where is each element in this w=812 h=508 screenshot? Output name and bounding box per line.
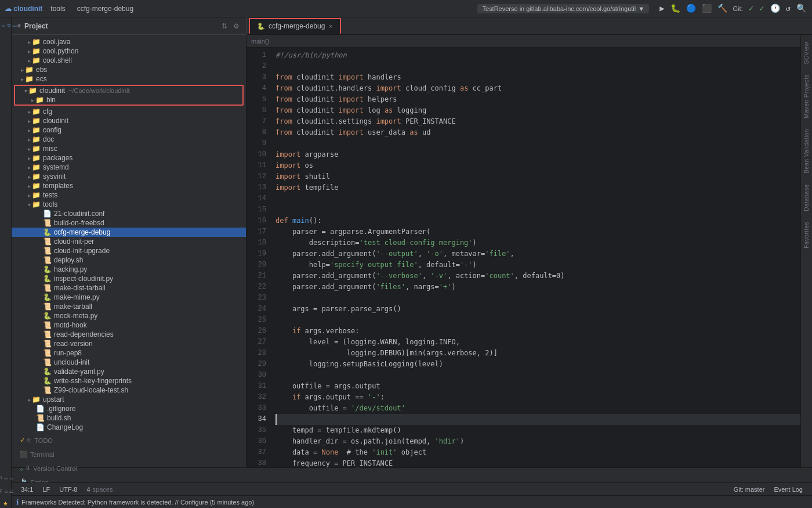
tree-item-cool-java[interactable]: ▸📁cool.java xyxy=(12,37,246,46)
code-editor[interactable]: main() 123456789101112131415161718192021… xyxy=(246,35,800,467)
tree-item-gitignore[interactable]: 📄.gitignore xyxy=(12,404,246,413)
tree-item-bin[interactable]: ▸📁bin xyxy=(15,95,242,105)
history-button[interactable]: 🕐 xyxy=(769,2,781,15)
tree-item-sysvinit[interactable]: ▸📁sysvinit xyxy=(12,172,246,181)
tree-item-systemd[interactable]: ▸📁systemd xyxy=(12,163,246,172)
status-lf[interactable]: LF xyxy=(38,483,55,495)
collapse-all-button[interactable]: ⇅ xyxy=(220,21,229,31)
tree-item-config[interactable]: ▸📁config xyxy=(12,125,246,135)
line-number-38: 38 xyxy=(246,458,266,467)
run-button[interactable]: ▶ xyxy=(658,2,665,15)
code-content[interactable]: 1234567891011121314151617181920212223242… xyxy=(246,48,800,467)
tree-item-21-cloudinit-conf[interactable]: 📄21-cloudinit.conf xyxy=(12,209,246,218)
line-number-25: 25 xyxy=(246,315,266,326)
favorites-panel[interactable]: Favorites xyxy=(802,217,811,253)
status-encoding[interactable]: UTF-8 xyxy=(55,483,82,495)
line-number-6: 6 xyxy=(246,105,266,116)
tree-item-make-mime-py[interactable]: 🐍make-mime.py xyxy=(12,293,246,302)
maven-panel[interactable]: Maven Projects xyxy=(802,70,811,123)
tree-item-ccfg-merge-debug[interactable]: 🐍ccfg-merge-debug xyxy=(12,228,246,237)
status-git[interactable]: Git: master xyxy=(729,483,770,495)
search-button[interactable]: 🔍 xyxy=(795,2,807,15)
tree-item-mock-meta-py[interactable]: 🐍mock-meta.py xyxy=(12,311,246,320)
build-button[interactable]: 🔨 xyxy=(716,2,728,15)
git-check[interactable]: ✓ xyxy=(748,2,755,15)
left-icon-strip: Proj Str Web ★ xyxy=(0,17,12,508)
settings-button[interactable]: ⚙ xyxy=(231,21,241,31)
line-number-22: 22 xyxy=(246,282,266,293)
tree-item-read-dependencies[interactable]: 📜read-dependencies xyxy=(12,330,246,339)
tree-item-read-version[interactable]: 📜read-version xyxy=(12,339,246,348)
coverage-button[interactable]: 🔵 xyxy=(685,2,697,15)
update-button[interactable]: ↺ xyxy=(785,2,792,15)
tree-item-build-on-freebsd[interactable]: 📜build-on-freebsd xyxy=(12,218,246,228)
current-file-menu[interactable]: ccfg-merge-debug xyxy=(74,3,137,14)
bottom-tab-terminal[interactable]: ⬛Terminal xyxy=(14,448,83,462)
tab-bar-row: ▼ Project ⇅ ⚙ 🐍 ccfg-merge-debug ✕ xyxy=(12,17,812,35)
tree-item-cool-shell[interactable]: ▸📁cool.shell xyxy=(12,56,246,65)
tab-close-button[interactable]: ✕ xyxy=(328,23,333,30)
tree-item-tests[interactable]: ▸📁tests xyxy=(12,190,246,200)
tree-item-cloud-init-per[interactable]: 📜cloud-init-per xyxy=(12,237,246,246)
tree-item-deploy-sh[interactable]: 📜deploy.sh xyxy=(12,255,246,265)
tree-item-doc[interactable]: ▸📁doc xyxy=(12,135,246,144)
tree-item-make-tarball[interactable]: 📜make-tarball xyxy=(12,302,246,311)
line-number-14: 14 xyxy=(246,193,266,204)
tree-item-cool-python[interactable]: ▸📁cool.python xyxy=(12,46,246,56)
stop-button[interactable]: ⬛ xyxy=(701,2,713,15)
tree-item-z99-cloud[interactable]: 📜Z99-cloud-locale-test.sh xyxy=(12,385,246,395)
project-icon[interactable]: Proj xyxy=(1,20,11,30)
run-config-label: TestReverse in gitlab.alibaba-inc.com/co… xyxy=(482,5,636,12)
status-indent: 4 spaces xyxy=(82,483,117,495)
git-check2[interactable]: ✓ xyxy=(758,2,765,15)
tree-item-cfg[interactable]: ▸📁cfg xyxy=(12,107,246,116)
cloudinit-folder-box: ▾📁cloudinit~/Code/work/cloudinit▸📁bin xyxy=(14,85,244,106)
tree-item-write-ssh-key[interactable]: 🐍write-ssh-key-fingerprints xyxy=(12,376,246,385)
bottom-tab-todo[interactable]: ✓6:TODO xyxy=(14,434,83,448)
line-number-26: 26 xyxy=(246,326,266,337)
code-line-21: parser.add_argument('--verbose', '-v', a… xyxy=(276,271,800,282)
database-panel[interactable]: Database xyxy=(802,179,811,216)
structure-icon[interactable]: Str xyxy=(1,473,11,483)
tree-item-ecs[interactable]: ▸📁ecs xyxy=(12,74,246,84)
line-number-18: 18 xyxy=(246,237,266,248)
bottom-tab-version-control[interactable]: ⬦9:Version Control xyxy=(14,462,83,475)
bean-validation-panel[interactable]: Bean Validation xyxy=(802,124,811,178)
tree-item-uncloud-init[interactable]: 📜uncloud-init xyxy=(12,358,246,367)
code-lines[interactable]: #!/usr/bin/python from cloudinit import … xyxy=(271,48,800,467)
tree-item-motd-hook[interactable]: 📜motd-hook xyxy=(12,320,246,330)
tree-item-cloudinit-sub[interactable]: ▸📁cloudinit xyxy=(12,116,246,125)
tree-item-run-pep8[interactable]: 📜run-pep8 xyxy=(12,348,246,358)
line-number-19: 19 xyxy=(246,248,266,260)
web-icon[interactable]: Web xyxy=(1,485,11,497)
tree-item-packages[interactable]: ▸📁packages xyxy=(12,153,246,163)
tree-item-inspect-cloudinit-py[interactable]: 🐍inspect-cloudinit.py xyxy=(12,274,246,283)
tree-item-changelog[interactable]: 📄ChangeLog xyxy=(12,423,246,432)
line-number-36: 36 xyxy=(246,436,266,447)
tree-item-cloudinit[interactable]: ▾📁cloudinit~/Code/work/cloudinit xyxy=(15,86,242,95)
favorites-icon[interactable]: ★ xyxy=(1,498,11,508)
title-bar: ☁ cloudinit tools ccfg-merge-debug TestR… xyxy=(0,0,812,17)
line-number-32: 32 xyxy=(246,392,266,403)
tab-ccfg-merge-debug[interactable]: 🐍 ccfg-merge-debug ✕ xyxy=(249,18,341,34)
tree-item-hacking-py[interactable]: 🐍hacking.py xyxy=(12,265,246,274)
tree-item-tools[interactable]: ▾📁tools xyxy=(12,200,246,209)
tree-item-build-sh[interactable]: 📜build.sh xyxy=(12,413,246,423)
notification-bar: ℹ Frameworks Detected: Python framework … xyxy=(12,495,812,508)
line-number-24: 24 xyxy=(246,304,266,315)
menu-tools[interactable]: tools xyxy=(47,3,68,14)
tree-item-ebs[interactable]: ▸📁ebs xyxy=(12,65,246,74)
tree-item-upstart[interactable]: ▸📁upstart xyxy=(12,395,246,404)
tree-item-make-dist-tarball[interactable]: 📜make-dist-tarball xyxy=(12,283,246,293)
run-config[interactable]: TestReverse in gitlab.alibaba-inc.com/co… xyxy=(477,4,649,13)
tree-item-misc[interactable]: ▸📁misc xyxy=(12,144,246,153)
status-position[interactable]: 34:1 xyxy=(16,483,38,495)
line-number-34: 34 xyxy=(246,414,266,425)
tree-item-templates[interactable]: ▸📁templates xyxy=(12,181,246,190)
tab-badge-version-control: 9: xyxy=(26,465,31,471)
tree-item-validate-yaml-py[interactable]: 🐍validate-yaml.py xyxy=(12,367,246,376)
debug-button[interactable]: 🐛 xyxy=(669,2,682,15)
scview-panel[interactable]: SCView xyxy=(802,37,811,69)
tree-item-cloud-init-upgrade[interactable]: 📜cloud-init-upgrade xyxy=(12,246,246,255)
event-log[interactable]: Event Log xyxy=(769,483,807,495)
